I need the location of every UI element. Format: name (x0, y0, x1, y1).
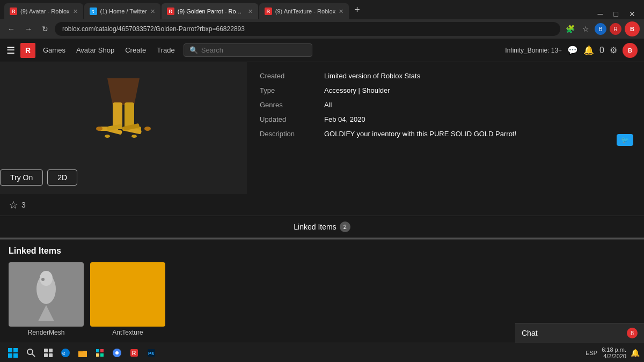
linked-items-tab[interactable]: Linked Items 2 (0, 216, 644, 239)
task-view-icon[interactable] (41, 345, 56, 360)
start-button[interactable] (4, 344, 21, 361)
tab-close-btn[interactable]: ✕ (339, 8, 343, 15)
tab-label: (9) AntTexture - Roblox (275, 8, 336, 14)
star-icon[interactable]: ☆ (9, 198, 18, 211)
description-row: Description GOLDIFY your inventory with … (258, 127, 633, 141)
tab-close-btn[interactable]: ✕ (73, 8, 78, 15)
svg-text:Ps: Ps (148, 351, 154, 356)
user-profile-icon[interactable]: B (625, 21, 640, 36)
try-on-button[interactable]: Try On (0, 169, 43, 186)
nav-links: Games Avatar Shop Create Trade (43, 46, 175, 54)
type-label: Type (258, 83, 322, 98)
taskbar-time: 6:18 p.m. (602, 346, 626, 353)
svg-rect-25 (44, 353, 48, 357)
taskbar-date: 4/2/2020 (603, 353, 626, 359)
linked-items-tab-label: Linked Items 2 (294, 221, 350, 232)
close-button[interactable]: ✕ (625, 9, 640, 19)
extensions-button[interactable]: 🧩 (564, 24, 577, 34)
chrome-icon[interactable] (109, 345, 125, 360)
linked-items-title: Linked Items (9, 246, 635, 256)
tab-anttexture[interactable]: R (9) AntTexture - Roblox ✕ (259, 3, 349, 19)
rating-count: 3 (21, 201, 26, 209)
bookmark-button[interactable]: ☆ (580, 24, 591, 34)
nav-create[interactable]: Create (125, 46, 146, 54)
linked-items-badge: 2 (340, 221, 350, 232)
tab-close-btn[interactable]: ✕ (150, 8, 155, 15)
tab-twitter[interactable]: t (1) Home / Twitter ✕ (84, 3, 160, 19)
svg-rect-18 (13, 348, 18, 352)
svg-point-9 (96, 127, 103, 131)
tab-golden-parrot[interactable]: R (9) Golden Parrot - Roblox ✕ (162, 3, 258, 19)
maximize-button[interactable]: □ (610, 9, 623, 19)
chat-icon[interactable]: 💬 (567, 45, 578, 55)
two-d-button[interactable]: 2D (47, 169, 77, 186)
svg-rect-30 (78, 351, 83, 352)
render-mesh-card[interactable]: RenderMesh (9, 262, 84, 336)
chat-bar[interactable]: Chat 8 (515, 323, 644, 343)
notifications-icon[interactable]: 🔔 (583, 45, 594, 55)
store-icon[interactable] (92, 345, 107, 360)
tab-label: (9) Avatar - Roblox (20, 8, 70, 14)
item-image-area (0, 62, 247, 169)
svg-text:e: e (62, 350, 65, 356)
tab-label: (9) Golden Parrot - Roblox (178, 8, 245, 14)
search-taskbar-icon[interactable] (24, 345, 39, 360)
type-value: Accessory | Shoulder (322, 83, 633, 98)
edge-icon[interactable]: e (58, 345, 73, 360)
roblox-nav: ☰ R Games Avatar Shop Create Trade 🔍 Inf… (0, 39, 644, 62)
tab-avatar-roblox[interactable]: R (9) Avatar - Roblox ✕ (4, 3, 83, 19)
profile-avatar-2[interactable]: R (610, 23, 621, 35)
address-input[interactable] (55, 22, 560, 36)
search-input[interactable] (201, 46, 306, 54)
created-value: Limited version of Roblox Stats (322, 69, 633, 83)
refresh-button[interactable]: ↻ (39, 24, 52, 34)
back-button[interactable]: ← (4, 24, 18, 34)
tab-favicon: t (90, 8, 97, 15)
svg-point-16 (41, 278, 45, 281)
type-row: Type Accessory | Shoulder (258, 83, 633, 98)
render-mesh-image (9, 262, 84, 327)
item-image (75, 73, 172, 159)
svg-rect-34 (100, 353, 104, 357)
description-label: Description (258, 127, 322, 141)
svg-rect-32 (100, 349, 104, 352)
twitter-share-button[interactable]: 🐦 (617, 134, 633, 146)
chat-label: Chat (522, 329, 538, 337)
roblox-taskbar-icon[interactable]: R (127, 345, 142, 360)
robux-icon[interactable]: 0 (599, 46, 604, 55)
updated-value: Feb 04, 2020 (322, 112, 633, 127)
forward-button[interactable]: → (21, 24, 35, 34)
genres-value: All (322, 98, 633, 112)
settings-icon[interactable]: ⚙ (610, 45, 617, 55)
created-label: Created (258, 69, 322, 83)
ant-texture-label: AntTexture (90, 329, 165, 336)
created-row: Created Limited version of Roblox Stats (258, 69, 633, 83)
twitter-share-area: 🐦 (617, 132, 633, 146)
hamburger-menu[interactable]: ☰ (6, 45, 15, 56)
new-tab-button[interactable]: + (350, 4, 364, 16)
svg-rect-31 (96, 349, 99, 352)
roblox-logo: R (20, 43, 35, 58)
preview-buttons: Try On 2D (0, 169, 247, 186)
minimize-button[interactable]: ─ (594, 9, 608, 19)
tab-bar: R (9) Avatar - Roblox ✕ t (1) Home / Twi… (0, 0, 644, 19)
nav-games[interactable]: Games (43, 46, 65, 54)
notification-tray[interactable]: 🔔 (631, 349, 640, 357)
user-avatar[interactable]: B (623, 43, 638, 58)
svg-rect-23 (44, 349, 48, 352)
tab-favicon: R (265, 8, 272, 15)
svg-point-14 (40, 271, 53, 286)
svg-rect-33 (96, 353, 99, 357)
tab-label: (1) Home / Twitter (100, 8, 147, 14)
photoshop-icon[interactable]: Ps (144, 345, 159, 360)
file-explorer-icon[interactable] (75, 345, 90, 360)
nav-trade[interactable]: Trade (157, 46, 174, 54)
ant-texture-card[interactable]: AntTexture (90, 262, 165, 336)
tab-close-btn[interactable]: ✕ (248, 8, 253, 15)
profile-avatar[interactable]: B (595, 23, 606, 35)
svg-line-22 (32, 354, 35, 357)
svg-point-21 (27, 349, 33, 354)
rating-area: ☆ 3 (0, 194, 644, 216)
nav-avatar-shop[interactable]: Avatar Shop (76, 46, 114, 54)
nav-search[interactable]: 🔍 (184, 43, 312, 57)
